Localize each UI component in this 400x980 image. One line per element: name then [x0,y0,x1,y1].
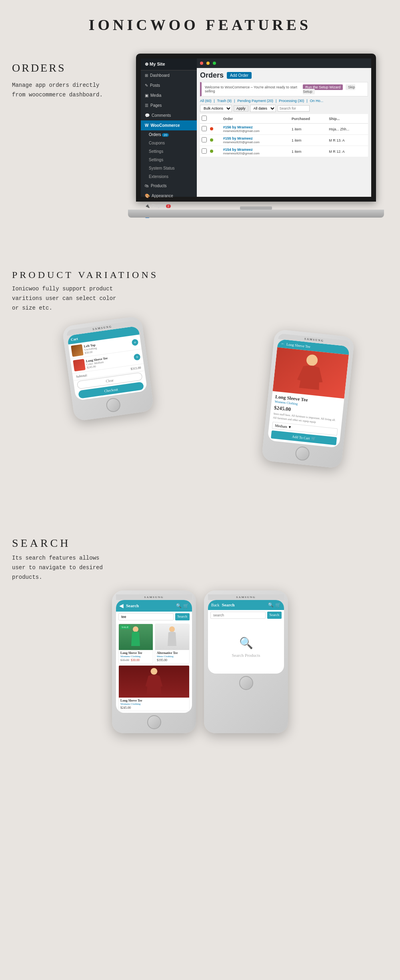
search-label: SEARCH [12,537,388,550]
row-checkbox-2 [200,135,208,146]
sidebar-item-posts[interactable]: ✎ Posts [141,80,197,90]
back-phone-home-btn[interactable] [294,446,310,461]
orders-section: ORDERS Manage app orders directly from w… [0,42,400,246]
search-header-title-right: Search [222,602,266,607]
search-text-field-right[interactable] [210,612,266,619]
products-icon: 🛍 [145,184,149,188]
search-left-header: ◀ Search 🔍 🛒 [116,600,192,612]
orders-content: Orders Add Order Welcome to WooCommerce … [197,68,371,160]
bulk-actions-row: Bulk Actions Apply All dates [200,105,368,112]
figure-container-3 [119,666,189,698]
product-card-1[interactable]: SALE Long Sleeve Tee Womens Clothing [118,624,153,664]
figure-svg-3 [144,668,164,696]
sidebar-item-extensions[interactable]: Extensions [141,172,197,181]
search-right-header: Back Search 🔍 🛒 [208,600,284,610]
search-right-search-icon: 🔍 [268,602,274,608]
svg-point-2 [169,626,175,632]
filter-pending[interactable]: Pending Payment (20) [237,99,273,103]
row-ship-1: Hsja... Zhh... [327,124,368,135]
sidebar-item-comments[interactable]: 💬 Comments [141,110,197,120]
laptop-container: ⊕ My Site ⊞ Dashboard ✎ Posts ▣ Media [124,54,388,222]
add-order-button[interactable]: Add Order [227,72,252,79]
search-back-button[interactable]: ◀ [119,602,124,609]
product-2-name: Alternative Tee [157,651,188,655]
figure-svg-2 [165,626,179,648]
sidebar-item-appearance[interactable]: 🎨 Appearance [141,191,197,201]
search-left-screen: ◀ Search 🔍 🛒 Search SALE [116,600,192,713]
front-phone-screen: Cart Left Top Unclothing $50.00 + [67,326,148,401]
wp-topbar [197,58,371,68]
cart-item-2-add-btn[interactable]: + [134,354,141,361]
table-row: #155 by Mrameez mrameez820@gmail.com 1 i… [200,135,368,146]
back-phone-wrapper: SAMSUNG ← Long Sleeve Tee [261,329,354,469]
filter-processing[interactable]: Processing (30) [279,99,304,103]
variations-section: PRODUCT VARIATIONS Ionicwoo fully suppor… [0,246,400,513]
search-orders-input[interactable] [278,105,310,112]
orders-description: Manage app orders directly from woocomme… [12,81,116,100]
search-text-field-left[interactable] [118,613,174,620]
row-status-2 [208,135,222,146]
product-info-area: Long Sleeve Tee Womens Clothing $245.00 … [268,391,344,448]
orders-header-row: Orders Add Order [200,71,368,80]
filter-trash[interactable]: Trash (9) [217,99,232,103]
wp-logo: ⊕ My Site [145,62,165,66]
search-input-bar-right: Search [210,612,282,619]
sidebar-item-media[interactable]: ▣ Media [141,90,197,100]
search-left-home-btn[interactable] [147,715,161,729]
product-3-price: $245.00 [120,706,188,710]
back-arrow-icon: ← [280,342,285,346]
woo-welcome-text: Welcome to WooCommerce – You're almost r… [205,85,303,93]
row-order-2: #155 by Mrameez mrameez820@gmail.com [222,135,290,146]
variations-description: Ionicwoo fully support product varitions… [12,284,124,313]
bulk-actions-select[interactable]: Bulk Actions [200,105,232,112]
product-card-1-info: Long Sleeve Tee Womens Clothing $35.00 $… [119,650,153,663]
filter-on-hold[interactable]: On Ho... [310,99,324,103]
sidebar-plugins-label: Plugins 2 [152,204,171,208]
table-row: #156 by Mrameez mrameez820@gmail.com 1 i… [200,124,368,135]
sidebar-item-reports[interactable]: Settings [141,147,197,156]
sidebar-appearance-label: Appearance [152,194,173,198]
sidebar-item-woocommerce[interactable]: W WooCommerce [141,120,197,130]
apply-button[interactable]: Apply [234,105,248,112]
front-phone-home-btn[interactable] [105,397,121,413]
search-empty-text: Search Products [232,653,260,658]
cart-title: Cart [70,337,78,342]
product-2-category: Mens Clothing [157,655,188,658]
sidebar-item-orders[interactable]: Orders 20 [141,130,197,139]
woo-welcome-actions: Run the Setup Wizard Skip Setup [303,85,364,94]
sidebar-item-dashboard[interactable]: ⊞ Dashboard [141,70,197,80]
product-3-category: Womens Clothing [120,702,188,706]
variations-label: PRODUCT VARIATIONS [12,270,388,280]
sidebar-item-products[interactable]: 🛍 Products [141,181,197,191]
sidebar-item-pages[interactable]: ☰ Pages [141,100,197,110]
product-card-2[interactable]: Alternative Tee Mens Clothing $195.00 [155,624,190,664]
search-right-cart-icon: 🛒 [275,602,281,608]
empty-search-state: 🔍 Search Products [208,620,284,674]
sidebar-item-settings[interactable]: Settings [141,156,197,164]
search-right-home-btn[interactable] [239,676,253,690]
filter-all[interactable]: All (60) [200,99,212,103]
search-submit-button-left[interactable]: Search [175,613,190,620]
search-icon: 🔍 [176,603,182,608]
cart-item-1-add-btn[interactable]: + [132,339,139,346]
sidebar-item-system-status[interactable]: System Status [141,164,197,172]
sidebar-item-coupons[interactable]: Coupons [141,139,197,147]
dates-filter-select[interactable]: All dates [250,105,276,112]
wp-main-content: Orders Add Order Welcome to WooCommerce … [197,58,371,197]
wp-sidebar: ⊕ My Site ⊞ Dashboard ✎ Posts ▣ Media [141,58,197,197]
search-section: SEARCH Its search features allows user t… [0,513,400,757]
sidebar-system-label: System Status [149,166,174,170]
back-phone: SAMSUNG ← Long Sleeve Tee [261,329,354,469]
col-checkbox [200,114,208,124]
page-header: IONICWOO FEATURES [0,0,400,42]
orders-label: ORDERS [12,62,116,74]
sidebar-extensions-label: Extensions [149,174,168,179]
col-status [208,114,222,124]
select-all-checkbox[interactable] [202,116,207,121]
search-right-back-button[interactable]: Back [211,603,220,607]
search-right-header-icons: 🔍 🛒 [268,602,281,608]
col-order: Order [222,114,290,124]
product-card-3[interactable]: Long Sleeve Tee Womens Clothing $245.00 [118,665,190,711]
search-submit-button-right[interactable]: Search [267,612,282,619]
product-1-name: Long Sleeve Tee [120,651,151,655]
